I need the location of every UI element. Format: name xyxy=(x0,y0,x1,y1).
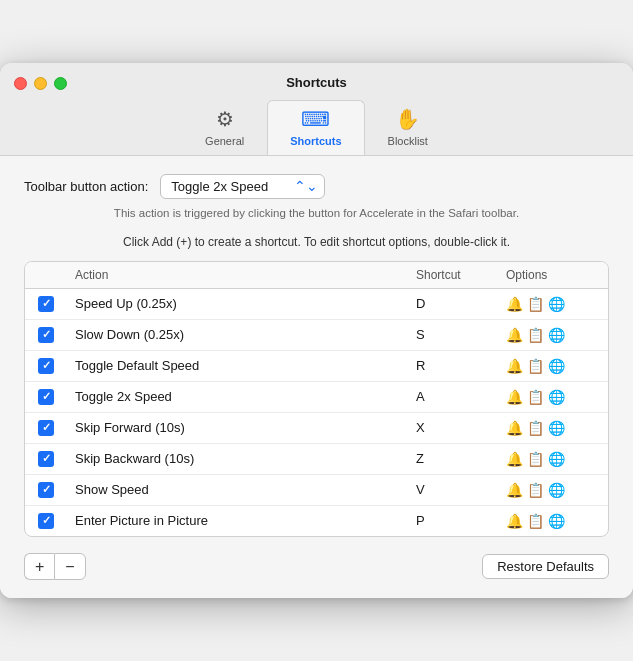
checked-icon xyxy=(38,451,54,467)
row-shortcut: R xyxy=(408,351,498,380)
row-checkbox[interactable] xyxy=(25,382,67,412)
tab-bar: ⚙ General ⌨ Shortcuts ✋ Blocklist xyxy=(162,100,471,155)
tab-blocklist-label: Blocklist xyxy=(388,135,428,147)
restore-defaults-button[interactable]: Restore Defaults xyxy=(482,554,609,579)
shortcuts-icon: ⌨ xyxy=(301,107,330,131)
row-action: Skip Forward (10s) xyxy=(67,413,408,442)
globe-icon: 🌐 xyxy=(548,513,565,529)
tab-general-label: General xyxy=(205,135,244,147)
tab-general[interactable]: ⚙ General xyxy=(182,100,267,155)
row-options: 🔔 📋 🌐 xyxy=(498,475,608,505)
traffic-lights xyxy=(14,77,67,90)
row-options: 🔔 📋 🌐 xyxy=(498,444,608,474)
row-checkbox[interactable] xyxy=(25,506,67,536)
blocklist-icon: ✋ xyxy=(395,107,420,131)
minimize-button[interactable] xyxy=(34,77,47,90)
copy-icon: 📋 xyxy=(527,513,544,529)
row-checkbox[interactable] xyxy=(25,475,67,505)
row-checkbox[interactable] xyxy=(25,320,67,350)
table-row[interactable]: Show Speed V 🔔 📋 🌐 xyxy=(25,475,608,506)
row-options: 🔔 📋 🌐 xyxy=(498,320,608,350)
row-shortcut: A xyxy=(408,382,498,411)
table-header: Action Shortcut Options xyxy=(25,262,608,289)
bell-icon: 🔔 xyxy=(506,358,523,374)
bell-icon: 🔔 xyxy=(506,513,523,529)
action-dropdown-wrapper: Toggle 2x Speed Speed Up (0.25x) Slow Do… xyxy=(160,174,325,199)
row-action: Skip Backward (10s) xyxy=(67,444,408,473)
instruction-text: Click Add (+) to create a shortcut. To e… xyxy=(24,235,609,249)
globe-icon: 🌐 xyxy=(548,358,565,374)
checked-icon xyxy=(38,513,54,529)
copy-icon: 📋 xyxy=(527,389,544,405)
row-shortcut: S xyxy=(408,320,498,349)
tab-blocklist[interactable]: ✋ Blocklist xyxy=(365,100,451,155)
row-options: 🔔 📋 🌐 xyxy=(498,351,608,381)
add-remove-buttons: + − xyxy=(24,553,86,580)
globe-icon: 🌐 xyxy=(548,451,565,467)
bell-icon: 🔔 xyxy=(506,482,523,498)
globe-icon: 🌐 xyxy=(548,482,565,498)
main-window: Shortcuts ⚙ General ⌨ Shortcuts ✋ Blockl… xyxy=(0,63,633,598)
remove-shortcut-button[interactable]: − xyxy=(54,553,85,580)
row-checkbox[interactable] xyxy=(25,413,67,443)
table-row[interactable]: Speed Up (0.25x) D 🔔 📋 🌐 xyxy=(25,289,608,320)
row-action: Slow Down (0.25x) xyxy=(67,320,408,349)
bottom-bar: + − Restore Defaults xyxy=(24,549,609,582)
window-title: Shortcuts xyxy=(286,75,347,90)
copy-icon: 📋 xyxy=(527,451,544,467)
copy-icon: 📋 xyxy=(527,296,544,312)
table-row[interactable]: Toggle Default Speed R 🔔 📋 🌐 xyxy=(25,351,608,382)
table-row[interactable]: Skip Forward (10s) X 🔔 📋 🌐 xyxy=(25,413,608,444)
row-shortcut: V xyxy=(408,475,498,504)
bell-icon: 🔔 xyxy=(506,451,523,467)
copy-icon: 📋 xyxy=(527,327,544,343)
checked-icon xyxy=(38,420,54,436)
row-options: 🔔 📋 🌐 xyxy=(498,382,608,412)
bell-icon: 🔔 xyxy=(506,389,523,405)
bell-icon: 🔔 xyxy=(506,420,523,436)
row-checkbox[interactable] xyxy=(25,444,67,474)
globe-icon: 🌐 xyxy=(548,420,565,436)
row-shortcut: P xyxy=(408,506,498,535)
checked-icon xyxy=(38,296,54,312)
row-action: Toggle Default Speed xyxy=(67,351,408,380)
row-shortcut: X xyxy=(408,413,498,442)
table-body: Speed Up (0.25x) D 🔔 📋 🌐 Slow Down (0.25… xyxy=(25,289,608,536)
col-shortcut: Shortcut xyxy=(408,262,498,288)
checked-icon xyxy=(38,482,54,498)
copy-icon: 📋 xyxy=(527,358,544,374)
add-shortcut-button[interactable]: + xyxy=(24,553,54,580)
row-checkbox[interactable] xyxy=(25,289,67,319)
row-action: Speed Up (0.25x) xyxy=(67,289,408,318)
row-checkbox[interactable] xyxy=(25,351,67,381)
toolbar-row: Toolbar button action: Toggle 2x Speed S… xyxy=(24,174,609,199)
maximize-button[interactable] xyxy=(54,77,67,90)
close-button[interactable] xyxy=(14,77,27,90)
checked-icon xyxy=(38,389,54,405)
row-options: 🔔 📋 🌐 xyxy=(498,506,608,536)
table-row[interactable]: Slow Down (0.25x) S 🔔 📋 🌐 xyxy=(25,320,608,351)
row-action: Toggle 2x Speed xyxy=(67,382,408,411)
bell-icon: 🔔 xyxy=(506,296,523,312)
action-dropdown[interactable]: Toggle 2x Speed Speed Up (0.25x) Slow Do… xyxy=(160,174,325,199)
row-shortcut: Z xyxy=(408,444,498,473)
general-icon: ⚙ xyxy=(216,107,234,131)
table-row[interactable]: Skip Backward (10s) Z 🔔 📋 🌐 xyxy=(25,444,608,475)
table-row[interactable]: Toggle 2x Speed A 🔔 📋 🌐 xyxy=(25,382,608,413)
toolbar-hint: This action is triggered by clicking the… xyxy=(24,205,609,221)
row-action: Enter Picture in Picture xyxy=(67,506,408,535)
shortcuts-table: Action Shortcut Options Speed Up (0.25x)… xyxy=(24,261,609,537)
row-options: 🔔 📋 🌐 xyxy=(498,289,608,319)
copy-icon: 📋 xyxy=(527,420,544,436)
row-shortcut: D xyxy=(408,289,498,318)
checked-icon xyxy=(38,327,54,343)
bell-icon: 🔔 xyxy=(506,327,523,343)
col-action: Action xyxy=(67,262,408,288)
globe-icon: 🌐 xyxy=(548,327,565,343)
row-options: 🔔 📋 🌐 xyxy=(498,413,608,443)
toolbar-label: Toolbar button action: xyxy=(24,179,148,194)
globe-icon: 🌐 xyxy=(548,389,565,405)
globe-icon: 🌐 xyxy=(548,296,565,312)
table-row[interactable]: Enter Picture in Picture P 🔔 📋 🌐 xyxy=(25,506,608,536)
tab-shortcuts[interactable]: ⌨ Shortcuts xyxy=(267,100,364,155)
